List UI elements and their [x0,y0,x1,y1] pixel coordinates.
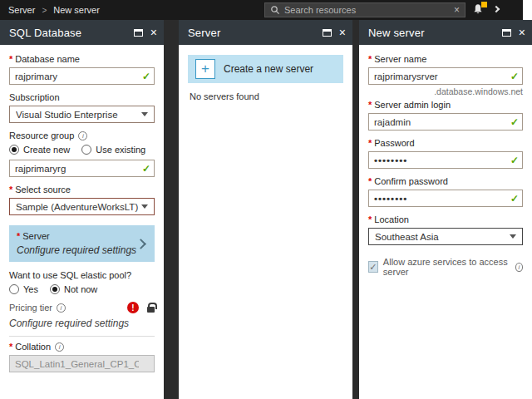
blade-title: New server [368,27,502,39]
label-text: Location [374,214,409,224]
info-icon: i [55,342,64,352]
radio-icon [50,284,60,294]
breadcrumb-item-new-server[interactable]: New server [53,5,100,15]
create-new-server-item[interactable]: + Create a new server [188,55,343,83]
server-blade: Server × + Create a new server No server… [179,20,352,399]
breadcrumb-item-server[interactable]: Server [8,5,35,15]
close-icon[interactable]: × [150,27,157,38]
resource-group-label: Resource group i [9,131,155,140]
search-box[interactable]: × [264,2,466,17]
required-asterisk: * [9,342,12,352]
pricing-tier-label: Pricing tier i [9,303,122,313]
label-text: Select source [15,185,71,195]
server-name-input-wrap: ✓ [368,67,523,85]
label-text: Server name [374,54,426,64]
label-text: Confirm password [374,176,448,186]
confirm-password-label: * Confirm password [368,176,523,186]
maximize-icon[interactable] [134,29,143,37]
no-servers-found-text: No servers found [190,91,342,101]
edge-panel [523,0,532,20]
caret-down-icon [510,234,516,239]
plus-icon: + [195,59,215,79]
server-admin-login-input-wrap: ✓ [368,113,523,131]
divider [9,336,155,337]
allow-access-label: Allow azure services to access server [383,257,509,277]
server-name-input[interactable] [368,67,523,85]
info-icon: i [515,263,523,272]
close-icon[interactable]: × [519,27,525,38]
allow-access-row: ✓ Allow azure services to access server … [368,257,523,277]
new-server-blade-header: New server × [359,20,532,45]
confirm-password-input-wrap: ✓ [368,190,523,207]
search-clear-icon[interactable]: × [454,5,460,15]
collation-input [9,355,155,372]
sql-database-blade: SQL Database × * Database name ✓ Subscri… [0,20,164,399]
sql-database-blade-header: SQL Database × [0,20,164,45]
radio-label: Not now [64,284,97,294]
notifications-button[interactable] [472,3,485,17]
chevron-right-icon[interactable] [493,6,500,12]
label-text: Collation [15,342,51,352]
radio-not-now[interactable]: Not now [50,284,97,294]
server-blade-header: Server × [179,20,352,45]
maximize-icon[interactable] [502,29,511,37]
domain-suffix-text: .database.windows.net [368,86,523,96]
radio-label: Yes [23,284,38,294]
required-asterisk: * [368,138,372,148]
close-icon[interactable]: × [339,27,346,38]
label-text: Pricing tier [9,303,52,313]
required-asterisk: * [368,54,372,64]
label-text: Subscription [9,92,60,102]
valid-check-icon: ✓ [510,155,519,166]
valid-check-icon: ✓ [142,71,150,82]
required-asterisk: * [9,185,12,195]
radio-label: Use existing [96,145,145,155]
server-admin-login-input[interactable] [368,113,523,131]
blade-title: SQL Database [9,27,134,39]
server-picker[interactable]: * Server Configure required settings [9,225,155,262]
subscription-select[interactable]: Visual Studio Enterprise [9,106,155,123]
required-asterisk: * [368,214,372,224]
location-value: Southeast Asia [375,232,510,242]
create-new-server-label: Create a new server [224,63,313,75]
search-icon [270,5,280,15]
location-label: * Location [368,214,523,224]
radio-icon [9,284,19,294]
valid-check-icon: ✓ [510,116,519,128]
label-text: Password [374,138,414,148]
pricing-tier-placeholder[interactable]: Configure required settings [9,318,155,329]
select-source-label: * Select source [9,185,155,195]
server-name-label: * Server name [368,54,523,64]
server-picker-placeholder: Configure required settings [17,244,137,256]
radio-use-existing[interactable]: Use existing [81,145,145,155]
server-picker-label: * Server [17,231,137,241]
caret-down-icon [141,112,148,116]
confirm-password-input[interactable] [368,190,523,207]
info-icon: i [78,131,87,140]
sql-database-blade-body: * Database name ✓ Subscription Visual St… [0,45,164,399]
info-icon: i [57,303,66,313]
radio-create-new[interactable]: Create new [9,145,70,155]
select-source-select[interactable]: Sample (AdventureWorksLT) [9,198,155,215]
maximize-icon[interactable] [323,29,332,37]
radio-yes[interactable]: Yes [9,284,38,294]
label-text: Server admin login [374,100,451,110]
label-text: Server [22,231,49,241]
chevron-right-icon [135,239,146,249]
password-input-wrap: ✓ [368,151,523,169]
allow-access-checkbox[interactable]: ✓ [368,261,378,273]
top-bar: Server > New server × [0,0,532,20]
error-icon: ! [127,302,139,313]
search-input[interactable] [284,5,450,15]
password-input[interactable] [368,151,523,169]
collation-input-wrap [9,355,155,372]
notification-badge [481,2,487,7]
blade-title: Server [188,27,323,39]
location-select[interactable]: Southeast Asia [368,228,523,245]
resource-group-input[interactable] [9,160,155,177]
subscription-value: Visual Studio Enterprise [16,110,141,120]
server-admin-login-label: * Server admin login [368,100,523,110]
server-picker-text: * Server Configure required settings [17,231,137,256]
subscription-label: Subscription [9,92,155,102]
database-name-input[interactable] [9,67,155,85]
